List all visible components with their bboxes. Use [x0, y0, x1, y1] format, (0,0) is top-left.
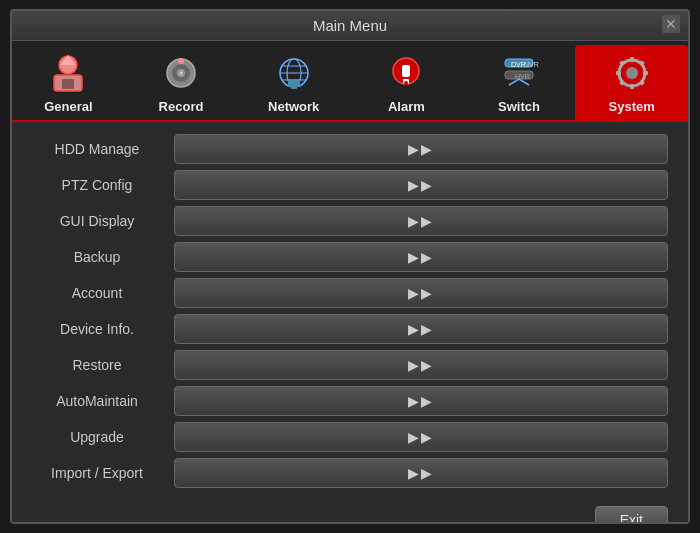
arrow-icon: ▶▶	[408, 465, 434, 481]
nav-item-general[interactable]: General	[12, 45, 125, 120]
menu-bar-automaintain[interactable]: ▶▶	[174, 386, 668, 416]
switch-icon: DVR NVR HVR	[497, 51, 541, 95]
nav-label-system: System	[609, 99, 655, 114]
menu-bar-upgrade[interactable]: ▶▶	[174, 422, 668, 452]
system-icon	[610, 51, 654, 95]
arrow-icon: ▶▶	[408, 177, 434, 193]
menu-label-import-export: Import / Export	[32, 465, 162, 481]
menu-label-gui-display: GUI Display	[32, 213, 162, 229]
menu-row: HDD Manage▶▶	[32, 134, 668, 164]
menu-label-upgrade: Upgrade	[32, 429, 162, 445]
title-bar: Main Menu ✕	[12, 11, 688, 41]
menu-label-device-info: Device Info.	[32, 321, 162, 337]
svg-text:HVR: HVR	[515, 73, 530, 80]
arrow-icon: ▶▶	[408, 393, 434, 409]
menu-bar-account[interactable]: ▶▶	[174, 278, 668, 308]
menu-label-automaintain: AutoMaintain	[32, 393, 162, 409]
close-button[interactable]: ✕	[662, 15, 680, 33]
nav-item-switch[interactable]: DVR NVR HVR Switch	[463, 45, 576, 120]
svg-point-19	[404, 81, 408, 85]
alarm-icon	[384, 51, 428, 95]
footer: Exit	[12, 500, 688, 524]
arrow-icon: ▶▶	[408, 213, 434, 229]
main-window: Main Menu ✕ General Record Network	[10, 9, 690, 524]
arrow-icon: ▶▶	[408, 249, 434, 265]
menu-bar-hdd-manage[interactable]: ▶▶	[174, 134, 668, 164]
nav-label-general: General	[44, 99, 92, 114]
nav-bar: General Record Network Alarm DVR NVR HVR	[12, 41, 688, 122]
menu-row: Account▶▶	[32, 278, 668, 308]
menu-row: PTZ Config▶▶	[32, 170, 668, 200]
svg-rect-29	[616, 71, 621, 75]
menu-row: Device Info.▶▶	[32, 314, 668, 344]
nav-item-alarm[interactable]: Alarm	[350, 45, 463, 120]
svg-point-26	[626, 67, 638, 79]
window-title: Main Menu	[313, 17, 387, 34]
menu-row: GUI Display▶▶	[32, 206, 668, 236]
nav-item-network[interactable]: Network	[237, 45, 350, 120]
svg-rect-15	[291, 86, 297, 89]
menu-content: HDD Manage▶▶PTZ Config▶▶GUI Display▶▶Bac…	[12, 122, 688, 500]
menu-label-restore: Restore	[32, 357, 162, 373]
menu-row: AutoMaintain▶▶	[32, 386, 668, 416]
svg-rect-30	[643, 71, 648, 75]
nav-item-system[interactable]: System	[575, 45, 688, 120]
nav-label-record: Record	[159, 99, 204, 114]
menu-bar-ptz-config[interactable]: ▶▶	[174, 170, 668, 200]
menu-bar-import-export[interactable]: ▶▶	[174, 458, 668, 488]
menu-row: Backup▶▶	[32, 242, 668, 272]
svg-rect-27	[630, 57, 634, 62]
menu-label-ptz-config: PTZ Config	[32, 177, 162, 193]
arrow-icon: ▶▶	[408, 429, 434, 445]
general-icon	[46, 51, 90, 95]
menu-label-account: Account	[32, 285, 162, 301]
menu-bar-restore[interactable]: ▶▶	[174, 350, 668, 380]
nav-label-switch: Switch	[498, 99, 540, 114]
arrow-icon: ▶▶	[408, 285, 434, 301]
menu-bar-backup[interactable]: ▶▶	[174, 242, 668, 272]
record-icon	[159, 51, 203, 95]
arrow-icon: ▶▶	[408, 141, 434, 157]
nav-label-alarm: Alarm	[388, 99, 425, 114]
svg-rect-14	[288, 79, 300, 87]
network-icon	[272, 51, 316, 95]
svg-point-8	[178, 58, 184, 64]
svg-point-7	[180, 72, 183, 75]
menu-label-hdd-manage: HDD Manage	[32, 141, 162, 157]
svg-text:NVR: NVR	[524, 61, 539, 68]
exit-button[interactable]: Exit	[595, 506, 668, 524]
menu-row: Restore▶▶	[32, 350, 668, 380]
nav-item-record[interactable]: Record	[125, 45, 238, 120]
arrow-icon: ▶▶	[408, 321, 434, 337]
svg-rect-17	[402, 65, 410, 77]
menu-row: Import / Export▶▶	[32, 458, 668, 488]
svg-rect-28	[630, 84, 634, 89]
nav-label-network: Network	[268, 99, 319, 114]
svg-rect-2	[62, 79, 74, 89]
menu-label-backup: Backup	[32, 249, 162, 265]
menu-row: Upgrade▶▶	[32, 422, 668, 452]
menu-bar-device-info[interactable]: ▶▶	[174, 314, 668, 344]
menu-bar-gui-display[interactable]: ▶▶	[174, 206, 668, 236]
arrow-icon: ▶▶	[408, 357, 434, 373]
